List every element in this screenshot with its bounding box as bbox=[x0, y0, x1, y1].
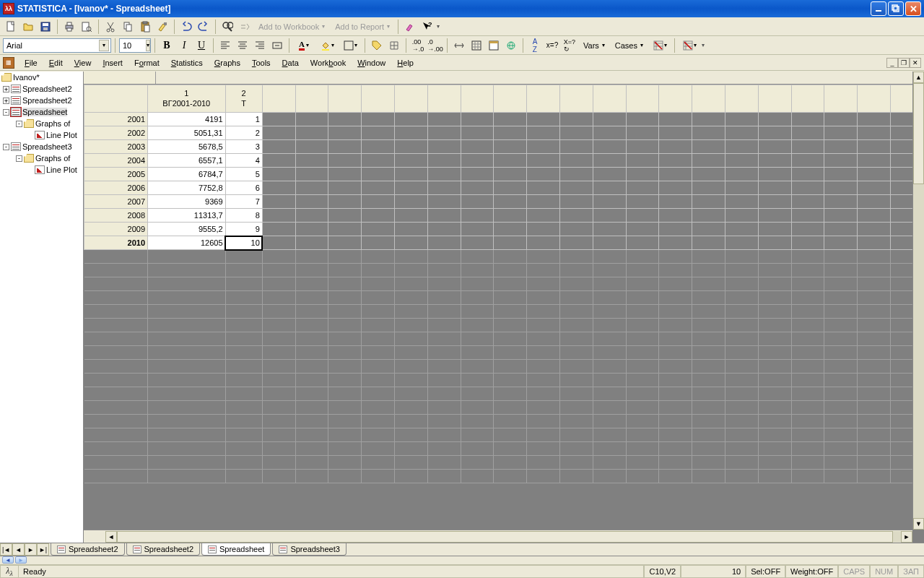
empty-cell[interactable] bbox=[559, 223, 593, 236]
empty-cell[interactable] bbox=[328, 415, 362, 428]
tree-item[interactable]: -Graphs of bbox=[0, 152, 83, 164]
row-header[interactable]: 2010 bbox=[84, 236, 148, 250]
empty-cell[interactable] bbox=[858, 195, 891, 209]
status-app-icon[interactable]: λλ bbox=[0, 565, 19, 578]
empty-cell[interactable] bbox=[362, 470, 395, 483]
row-header[interactable]: 2001 bbox=[84, 113, 148, 126]
empty-cell[interactable] bbox=[427, 250, 461, 264]
empty-cell[interactable] bbox=[858, 319, 891, 332]
empty-cell[interactable] bbox=[758, 428, 791, 442]
empty-cell[interactable] bbox=[725, 291, 758, 305]
empty-cell[interactable] bbox=[328, 374, 362, 387]
recalc-icon[interactable]: X=?↻ bbox=[562, 38, 578, 53]
row-header[interactable]: 2003 bbox=[84, 140, 148, 154]
empty-cell[interactable] bbox=[394, 305, 427, 319]
empty-cell[interactable] bbox=[362, 374, 395, 387]
empty-cell[interactable] bbox=[461, 470, 494, 483]
empty-cell[interactable] bbox=[295, 305, 328, 319]
empty-cell[interactable] bbox=[262, 456, 295, 470]
empty-cell[interactable] bbox=[559, 113, 593, 126]
scroll-right-icon[interactable]: ► bbox=[901, 531, 912, 543]
row-header-empty[interactable] bbox=[84, 470, 148, 483]
empty-cell[interactable] bbox=[328, 140, 362, 154]
paste-icon[interactable] bbox=[137, 19, 153, 35]
empty-cell[interactable] bbox=[758, 387, 791, 401]
empty-cell[interactable] bbox=[494, 181, 527, 195]
empty-cell[interactable] bbox=[295, 415, 328, 428]
empty-cell[interactable] bbox=[295, 456, 328, 470]
column-header-empty[interactable] bbox=[559, 85, 593, 113]
status-weight[interactable]: Weight:OFF bbox=[785, 565, 838, 578]
empty-cell[interactable] bbox=[824, 332, 858, 346]
empty-cell[interactable] bbox=[148, 374, 226, 387]
empty-cell[interactable] bbox=[725, 113, 758, 126]
row-header[interactable]: 2005 bbox=[84, 168, 148, 181]
empty-cell[interactable] bbox=[427, 415, 461, 428]
empty-cell[interactable] bbox=[427, 154, 461, 168]
empty-cell[interactable] bbox=[626, 470, 659, 483]
empty-cell[interactable] bbox=[725, 195, 758, 209]
column-header-empty[interactable] bbox=[626, 85, 659, 113]
empty-cell[interactable] bbox=[824, 223, 858, 236]
empty-cell[interactable] bbox=[791, 209, 824, 223]
empty-cell[interactable] bbox=[659, 168, 692, 181]
empty-cell[interactable] bbox=[394, 181, 427, 195]
empty-cell[interactable] bbox=[295, 236, 328, 250]
empty-cell[interactable] bbox=[262, 140, 295, 154]
column-header-empty[interactable] bbox=[362, 85, 395, 113]
empty-cell[interactable] bbox=[494, 401, 527, 415]
empty-cell[interactable] bbox=[725, 140, 758, 154]
empty-cell[interactable] bbox=[527, 277, 560, 291]
column-header-empty[interactable] bbox=[494, 85, 527, 113]
increase-decimal-icon[interactable]: .00→.0 bbox=[410, 38, 426, 53]
empty-cell[interactable] bbox=[427, 387, 461, 401]
row-header[interactable]: 2009 bbox=[84, 223, 148, 236]
tree-item[interactable]: Line Plot bbox=[0, 164, 83, 176]
empty-cell[interactable] bbox=[593, 415, 626, 428]
empty-cell[interactable] bbox=[824, 195, 858, 209]
expand-icon[interactable]: + bbox=[3, 86, 9, 92]
empty-cell[interactable] bbox=[692, 401, 725, 415]
empty-cell[interactable] bbox=[225, 346, 262, 360]
column-header-empty[interactable] bbox=[659, 85, 692, 113]
empty-cell[interactable] bbox=[659, 277, 692, 291]
column-header-empty[interactable] bbox=[262, 85, 295, 113]
empty-cell[interactable] bbox=[427, 360, 461, 374]
empty-cell[interactable] bbox=[725, 442, 758, 456]
empty-cell[interactable] bbox=[461, 401, 494, 415]
empty-cell[interactable] bbox=[791, 181, 824, 195]
empty-cell[interactable] bbox=[262, 332, 295, 346]
empty-cell[interactable] bbox=[328, 277, 362, 291]
empty-cell[interactable] bbox=[394, 277, 427, 291]
empty-cell[interactable] bbox=[362, 332, 395, 346]
empty-cell[interactable] bbox=[791, 428, 824, 442]
row-header-empty[interactable] bbox=[84, 332, 148, 346]
empty-cell[interactable] bbox=[461, 209, 494, 223]
underline-icon[interactable]: U bbox=[193, 38, 209, 53]
empty-cell[interactable] bbox=[692, 470, 725, 483]
empty-cell[interactable] bbox=[461, 181, 494, 195]
empty-cell[interactable] bbox=[659, 470, 692, 483]
empty-cell[interactable] bbox=[791, 277, 824, 291]
empty-cell[interactable] bbox=[692, 236, 725, 250]
empty-cell[interactable] bbox=[328, 332, 362, 346]
spreadsheet-grid[interactable]: 1ВГ2001-20102T20014191120025051,31220035… bbox=[84, 85, 924, 483]
empty-cell[interactable] bbox=[295, 181, 328, 195]
select-cases-icon[interactable]: ▾ bbox=[649, 38, 671, 53]
empty-cell[interactable] bbox=[527, 181, 560, 195]
empty-cell[interactable] bbox=[328, 113, 362, 126]
scroll-left-icon[interactable]: ◄ bbox=[105, 531, 117, 543]
empty-cell[interactable] bbox=[262, 387, 295, 401]
empty-cell[interactable] bbox=[824, 387, 858, 401]
grid-icon[interactable] bbox=[386, 38, 402, 53]
empty-cell[interactable] bbox=[692, 223, 725, 236]
empty-cell[interactable] bbox=[692, 264, 725, 277]
empty-cell[interactable] bbox=[858, 113, 891, 126]
empty-cell[interactable] bbox=[461, 360, 494, 374]
column-header-empty[interactable] bbox=[328, 85, 362, 113]
empty-cell[interactable] bbox=[262, 195, 295, 209]
empty-cell[interactable] bbox=[262, 346, 295, 360]
empty-cell[interactable] bbox=[328, 360, 362, 374]
empty-cell[interactable] bbox=[626, 264, 659, 277]
empty-cell[interactable] bbox=[858, 374, 891, 387]
